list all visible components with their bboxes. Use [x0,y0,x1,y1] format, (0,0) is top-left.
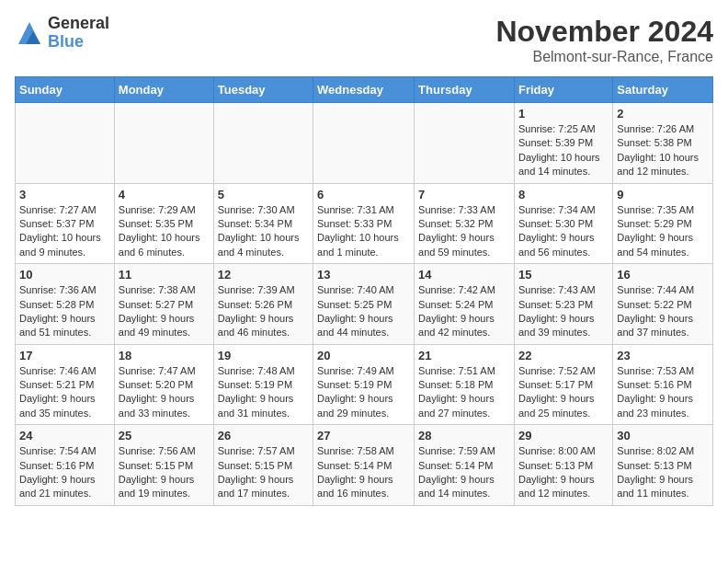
day-number: 18 [119,349,210,362]
day-cell: 24Sunrise: 7:54 AMSunset: 5:16 PMDayligh… [16,425,115,506]
day-number: 17 [19,349,110,362]
day-info: Sunrise: 7:51 AMSunset: 5:18 PMDaylight:… [418,364,510,421]
day-number: 9 [617,188,709,201]
day-info: Sunrise: 7:26 AMSunset: 5:38 PMDaylight:… [617,122,709,179]
day-number: 20 [317,349,410,362]
day-number: 3 [19,188,110,201]
header-cell-wednesday: Wednesday [313,77,415,103]
day-number: 2 [617,107,709,121]
day-number: 15 [518,268,609,282]
day-number: 8 [518,188,609,201]
day-cell: 28Sunrise: 7:59 AMSunset: 5:14 PMDayligh… [415,425,515,506]
day-number: 21 [418,349,510,362]
week-row-0: 1Sunrise: 7:25 AMSunset: 5:39 PMDaylight… [16,103,713,184]
day-info: Sunrise: 7:44 AMSunset: 5:22 PMDaylight:… [617,283,709,340]
day-info: Sunrise: 7:53 AMSunset: 5:16 PMDaylight:… [617,364,709,421]
logo: General Blue [15,15,109,52]
day-info: Sunrise: 7:47 AMSunset: 5:20 PMDaylight:… [119,364,210,421]
day-number: 24 [19,429,110,442]
day-number: 12 [218,268,309,282]
day-cell: 14Sunrise: 7:42 AMSunset: 5:24 PMDayligh… [415,264,515,345]
day-info: Sunrise: 7:25 AMSunset: 5:39 PMDaylight:… [518,122,609,179]
day-info: Sunrise: 7:30 AMSunset: 5:34 PMDaylight:… [218,203,309,260]
day-info: Sunrise: 7:58 AMSunset: 5:14 PMDaylight:… [317,444,410,501]
day-info: Sunrise: 7:39 AMSunset: 5:26 PMDaylight:… [218,283,309,340]
day-info: Sunrise: 7:33 AMSunset: 5:32 PMDaylight:… [418,203,510,260]
day-number: 10 [19,268,110,282]
day-cell: 12Sunrise: 7:39 AMSunset: 5:26 PMDayligh… [213,264,313,345]
day-cell [16,103,115,184]
day-cell: 29Sunrise: 8:00 AMSunset: 5:13 PMDayligh… [514,425,612,506]
day-cell: 30Sunrise: 8:02 AMSunset: 5:13 PMDayligh… [613,425,713,506]
page-header: General Blue November 2024 Belmont-sur-R… [15,15,713,65]
logo-blue: Blue [48,33,109,52]
day-info: Sunrise: 7:36 AMSunset: 5:28 PMDaylight:… [19,283,110,340]
day-cell: 8Sunrise: 7:34 AMSunset: 5:30 PMDaylight… [514,183,612,264]
day-cell [415,103,515,184]
calendar-body: 1Sunrise: 7:25 AMSunset: 5:39 PMDaylight… [16,103,713,506]
day-info: Sunrise: 7:48 AMSunset: 5:19 PMDaylight:… [218,364,309,421]
day-cell [213,103,313,184]
day-cell: 11Sunrise: 7:38 AMSunset: 5:27 PMDayligh… [114,264,213,345]
day-info: Sunrise: 7:31 AMSunset: 5:33 PMDaylight:… [317,203,410,260]
logo-text: General Blue [48,15,109,52]
week-row-4: 24Sunrise: 7:54 AMSunset: 5:16 PMDayligh… [16,425,713,506]
header-cell-friday: Friday [514,77,612,103]
day-number: 29 [518,429,609,442]
day-cell: 25Sunrise: 7:56 AMSunset: 5:15 PMDayligh… [114,425,213,506]
day-cell: 4Sunrise: 7:29 AMSunset: 5:35 PMDaylight… [114,183,213,264]
day-number: 5 [218,188,309,201]
day-cell: 17Sunrise: 7:46 AMSunset: 5:21 PMDayligh… [16,344,115,425]
day-info: Sunrise: 7:38 AMSunset: 5:27 PMDaylight:… [119,283,210,340]
day-cell: 22Sunrise: 7:52 AMSunset: 5:17 PMDayligh… [514,344,612,425]
day-cell: 27Sunrise: 7:58 AMSunset: 5:14 PMDayligh… [313,425,415,506]
day-cell: 9Sunrise: 7:35 AMSunset: 5:29 PMDaylight… [613,183,713,264]
day-info: Sunrise: 8:00 AMSunset: 5:13 PMDaylight:… [518,444,609,501]
day-cell: 5Sunrise: 7:30 AMSunset: 5:34 PMDaylight… [213,183,313,264]
day-number: 22 [518,349,609,362]
logo-icon [15,18,44,48]
day-info: Sunrise: 7:29 AMSunset: 5:35 PMDaylight:… [119,203,210,260]
day-number: 14 [418,268,510,282]
week-row-2: 10Sunrise: 7:36 AMSunset: 5:28 PMDayligh… [16,264,713,345]
day-info: Sunrise: 7:56 AMSunset: 5:15 PMDaylight:… [119,444,210,501]
day-info: Sunrise: 7:43 AMSunset: 5:23 PMDaylight:… [518,283,609,340]
header-cell-saturday: Saturday [613,77,713,103]
day-cell: 18Sunrise: 7:47 AMSunset: 5:20 PMDayligh… [114,344,213,425]
day-info: Sunrise: 7:42 AMSunset: 5:24 PMDaylight:… [418,283,510,340]
day-cell: 21Sunrise: 7:51 AMSunset: 5:18 PMDayligh… [415,344,515,425]
header-cell-tuesday: Tuesday [213,77,313,103]
day-cell: 3Sunrise: 7:27 AMSunset: 5:37 PMDaylight… [16,183,115,264]
day-number: 11 [119,268,210,282]
day-number: 1 [518,107,609,121]
day-number: 26 [218,429,309,442]
day-info: Sunrise: 7:35 AMSunset: 5:29 PMDaylight:… [617,203,709,260]
day-number: 7 [418,188,510,201]
header-cell-monday: Monday [114,77,213,103]
day-info: Sunrise: 7:57 AMSunset: 5:15 PMDaylight:… [218,444,309,501]
day-cell: 1Sunrise: 7:25 AMSunset: 5:39 PMDaylight… [514,103,612,184]
day-cell: 2Sunrise: 7:26 AMSunset: 5:38 PMDaylight… [613,103,713,184]
day-info: Sunrise: 7:46 AMSunset: 5:21 PMDaylight:… [19,364,110,421]
day-number: 25 [119,429,210,442]
day-number: 13 [317,268,410,282]
header-row: SundayMondayTuesdayWednesdayThursdayFrid… [16,77,713,103]
day-number: 30 [617,429,709,442]
day-number: 4 [119,188,210,201]
day-cell: 15Sunrise: 7:43 AMSunset: 5:23 PMDayligh… [514,264,612,345]
day-number: 19 [218,349,309,362]
title-area: November 2024 Belmont-sur-Rance, France [495,15,713,65]
day-number: 16 [617,268,709,282]
header-cell-sunday: Sunday [16,77,115,103]
day-cell [114,103,213,184]
week-row-1: 3Sunrise: 7:27 AMSunset: 5:37 PMDaylight… [16,183,713,264]
day-cell [313,103,415,184]
day-cell: 13Sunrise: 7:40 AMSunset: 5:25 PMDayligh… [313,264,415,345]
day-cell: 20Sunrise: 7:49 AMSunset: 5:19 PMDayligh… [313,344,415,425]
day-info: Sunrise: 8:02 AMSunset: 5:13 PMDaylight:… [617,444,709,501]
week-row-3: 17Sunrise: 7:46 AMSunset: 5:21 PMDayligh… [16,344,713,425]
day-cell: 23Sunrise: 7:53 AMSunset: 5:16 PMDayligh… [613,344,713,425]
location: Belmont-sur-Rance, France [495,49,713,65]
logo-general: General [48,15,109,33]
day-cell: 19Sunrise: 7:48 AMSunset: 5:19 PMDayligh… [213,344,313,425]
